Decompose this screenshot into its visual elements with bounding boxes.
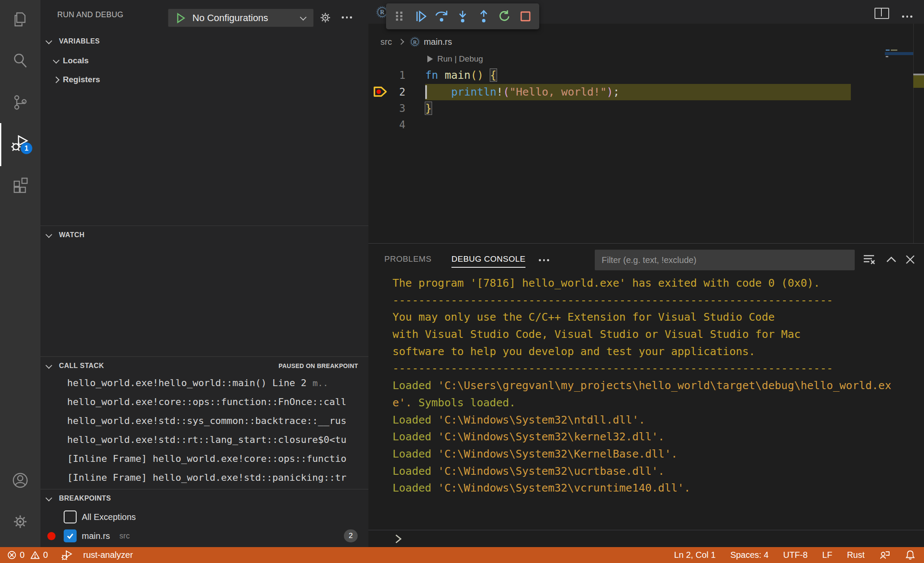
code-text: println!("Hello, world!"); xyxy=(425,86,620,98)
launch-configuration-dropdown[interactable]: No Configurations xyxy=(168,9,314,27)
code-line[interactable]: 2 println!("Hello, world!"); xyxy=(368,84,924,100)
editor-more-actions-button[interactable] xyxy=(902,15,912,18)
extensions-icon xyxy=(11,176,29,194)
main-rs-breakpoint-row[interactable]: main.rs src 2 xyxy=(40,526,368,545)
bell-icon xyxy=(905,550,915,561)
minimap-code-mark xyxy=(891,49,897,51)
repl-prompt-chevron-icon xyxy=(393,533,404,545)
stack-frame[interactable]: hello_world.exe!hello_world::main() Line… xyxy=(40,374,368,393)
line-number: 4 xyxy=(368,117,405,133)
breakpoint-current-frame-icon[interactable] xyxy=(373,84,388,99)
problems-status-item[interactable]: 0 0 xyxy=(7,550,48,560)
codelens-label[interactable]: Run | Debug xyxy=(437,54,483,64)
run-and-debug-sidebar: RUN AND DEBUG No Configurations VARIABLE… xyxy=(40,0,368,547)
notifications-item[interactable] xyxy=(905,550,915,561)
stop-button[interactable] xyxy=(517,7,534,26)
code-area[interactable]: 1fn main() {2 println!("Hello, world!");… xyxy=(368,67,924,133)
activity-extensions-button[interactable] xyxy=(0,170,40,200)
breakpoints-section-header[interactable]: BREAKPOINTS xyxy=(40,489,368,507)
activity-search-button[interactable] xyxy=(0,46,40,76)
console-line: Loaded 'C:\Windows\System32\KernelBase.d… xyxy=(392,445,918,463)
minimap-current-line[interactable] xyxy=(885,52,913,55)
cursor-position-item[interactable]: Ln 2, Col 1 xyxy=(674,550,716,560)
restart-icon xyxy=(498,9,511,23)
chevron-down-icon xyxy=(300,14,307,21)
breadcrumb[interactable]: src R main.rs xyxy=(368,36,924,48)
indentation-item[interactable]: Spaces: 4 xyxy=(730,550,769,560)
search-icon xyxy=(11,52,29,70)
variables-section-header[interactable]: VARIABLES xyxy=(40,32,368,50)
code-line[interactable]: 4 xyxy=(368,117,924,133)
panel-more-tabs-button[interactable] xyxy=(539,259,549,261)
breakpoint-path: src xyxy=(120,532,130,541)
debug-console-output[interactable]: The program '[7816] hello_world.exe' has… xyxy=(392,275,918,497)
activity-account-button[interactable] xyxy=(0,465,40,495)
console-line: You may only use the C/C++ Extension for… xyxy=(392,309,918,326)
eol-item[interactable]: LF xyxy=(822,550,832,560)
console-line: with Visual Studio Code, Visual Studio o… xyxy=(392,326,918,343)
maximize-panel-button[interactable] xyxy=(885,254,898,267)
repl-separator xyxy=(368,530,924,530)
split-editor-button[interactable] xyxy=(875,8,889,19)
tab-problems[interactable]: PROBLEMS xyxy=(384,251,432,267)
tree-item-label: Registers xyxy=(63,75,100,84)
line-number: 3 xyxy=(368,100,405,117)
step-over-button[interactable] xyxy=(433,7,450,26)
debug-settings-gear-button[interactable] xyxy=(318,10,333,27)
stack-frame[interactable]: hello_world.exe!core::ops::function::FnO… xyxy=(40,393,368,411)
activity-run-debug-button[interactable] xyxy=(0,128,40,158)
clear-all-icon xyxy=(862,252,876,267)
registers-tree-item[interactable]: Registers xyxy=(40,70,368,89)
gripper-icon xyxy=(394,10,405,22)
main-rs-breakpoint-checkbox[interactable] xyxy=(64,529,77,542)
tab-debug-console[interactable]: DEBUG CONSOLE xyxy=(451,251,525,268)
stack-frame[interactable]: [Inline Frame] hello_world.exe!core::ops… xyxy=(40,449,368,468)
chevron-down-icon xyxy=(46,231,53,238)
activity-settings-button[interactable] xyxy=(0,507,40,537)
paused-on-breakpoint-badge: PAUSED ON BREAKPOINT xyxy=(278,357,358,375)
code-text: fn main() { xyxy=(425,69,497,81)
debug-status-item[interactable] xyxy=(61,550,73,561)
breakpoint-label: main.rs xyxy=(82,531,110,541)
section-label: VARIABLES xyxy=(59,37,100,45)
stack-frame[interactable]: hello_world.exe!std::sys_common::backtra… xyxy=(40,411,368,430)
activity-explorer-button[interactable] xyxy=(0,4,40,34)
watch-section-header[interactable]: WATCH xyxy=(40,226,368,244)
repl-input[interactable] xyxy=(393,533,404,547)
code-text: } xyxy=(425,102,432,114)
step-out-icon xyxy=(477,9,491,23)
stack-frame[interactable]: [Inline Frame] hello_world.exe!std::pani… xyxy=(40,468,368,487)
stack-frame[interactable]: hello_world.exe!std::rt::lang_start::clo… xyxy=(40,430,368,449)
configuration-label: No Configurations xyxy=(192,12,301,24)
continue-button[interactable] xyxy=(412,7,430,26)
code-line[interactable]: 3} xyxy=(368,100,924,117)
step-out-button[interactable] xyxy=(475,7,492,26)
close-panel-button[interactable] xyxy=(904,253,917,268)
all-exceptions-row[interactable]: All Exceptions xyxy=(40,507,368,526)
breadcrumb-folder[interactable]: src xyxy=(380,37,392,47)
sidebar-more-actions-button[interactable] xyxy=(342,16,352,19)
rust-analyzer-status-item[interactable]: rust-analyzer xyxy=(83,550,133,560)
all-exceptions-checkbox[interactable] xyxy=(64,510,77,523)
step-into-button[interactable] xyxy=(454,7,471,26)
language-mode-item[interactable]: Rust xyxy=(847,550,865,560)
chevron-right-icon xyxy=(53,76,60,83)
overview-ruler-debug-mark xyxy=(913,75,924,88)
minimap-code-mark xyxy=(886,56,888,57)
restart-button[interactable] xyxy=(496,7,513,26)
console-filter-input[interactable]: Filter (e.g. text, !exclude) xyxy=(595,250,855,270)
call-stack-list: hello_world.exe!hello_world::main() Line… xyxy=(40,374,368,487)
call-stack-section-header[interactable]: CALL STACK PAUSED ON BREAKPOINT xyxy=(40,357,368,375)
breadcrumb-file[interactable]: main.rs xyxy=(424,37,452,47)
files-icon xyxy=(11,10,29,28)
locals-tree-item[interactable]: Locals xyxy=(40,51,368,70)
toolbar-drag-handle[interactable] xyxy=(391,7,408,26)
activity-source-control-button[interactable] xyxy=(0,87,40,118)
feedback-item[interactable] xyxy=(879,550,890,561)
codelens-run-debug[interactable]: Run | Debug xyxy=(427,53,483,65)
debug-icon xyxy=(61,550,73,561)
code-line[interactable]: 1fn main() { xyxy=(368,67,924,84)
bottom-panel: PROBLEMS DEBUG CONSOLE Filter (e.g. text… xyxy=(368,243,924,547)
encoding-item[interactable]: UTF-8 xyxy=(783,550,808,560)
clear-console-button[interactable] xyxy=(862,252,876,269)
